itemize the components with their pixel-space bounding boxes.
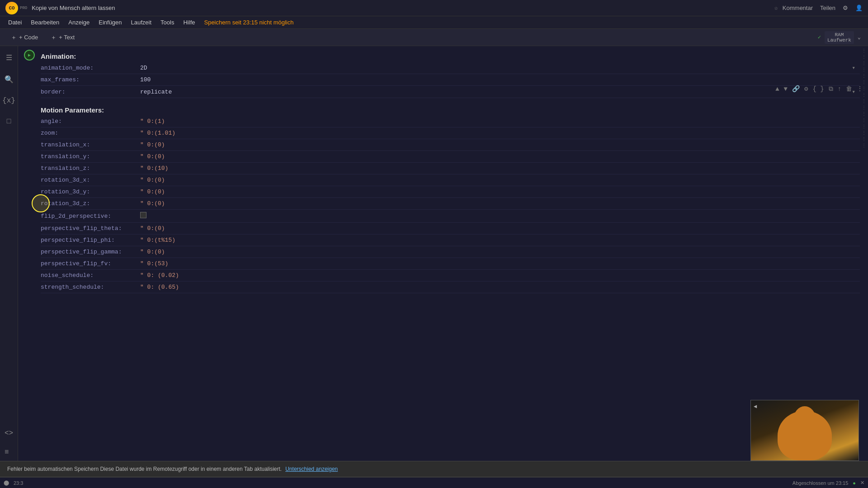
- dropdown-arrow-animation-mode[interactable]: ▾: [852, 64, 860, 71]
- status-label: Abgeschlossen um 23:15: [793, 480, 849, 486]
- toolbar: ＋ + Code ＋ + Text ✓ RAM Laufwerk ⌄: [0, 29, 868, 46]
- top-right-actions: Kommentar Teilen ⚙ 👤: [783, 5, 863, 11]
- check-icon: ✓: [818, 34, 821, 41]
- settings-icon[interactable]: ⚙: [843, 5, 848, 11]
- param-translation-z: translation_z: " 0:(10): [41, 163, 860, 174]
- param-translation-x: translation_x: " 0:(0): [41, 139, 860, 151]
- video-content: ◀: [751, 400, 859, 460]
- position-label: 23:3: [14, 480, 23, 486]
- motion-section-header: Motion Parameters:: [41, 103, 860, 116]
- left-sidebar: ☰ 🔍 {x} □ <> ≡: [0, 46, 18, 468]
- run-circle: ▶: [24, 50, 35, 61]
- copy-icon[interactable]: ⧉: [827, 84, 835, 94]
- notification-message: Fehler beim automatischen Speichern Dies…: [7, 466, 282, 472]
- link-icon[interactable]: 🔗: [791, 84, 801, 94]
- add-text-button[interactable]: ＋ + Text: [47, 32, 78, 43]
- param-noise-schedule: noise_schedule: " 0: (0.02): [41, 270, 860, 282]
- plus-text-icon: ＋: [51, 33, 57, 42]
- app-logo: CO: [5, 2, 18, 14]
- menu-laufzeit[interactable]: Laufzeit: [127, 17, 156, 28]
- param-strength-schedule: strength_schedule: " 0: (0.65): [41, 282, 860, 293]
- upload-icon[interactable]: ↑: [836, 84, 843, 94]
- param-translation-y: translation_y: " 0:(0): [41, 151, 860, 163]
- expand-icon[interactable]: ⌄: [858, 34, 861, 41]
- param-max-frames: max_frames: 100: [41, 74, 860, 86]
- notification-bar: Fehler beim automatischen Speichern Dies…: [0, 461, 868, 477]
- sidebar-expand-icon[interactable]: <>: [2, 427, 16, 440]
- run-button[interactable]: ▶: [18, 46, 41, 64]
- delete-icon[interactable]: 🗑: [844, 84, 854, 94]
- content-area: ▲ ▼ 🔗 ⚙ { } ⧉ ↑ 🗑 ⋮ ▶ Animation: animati…: [18, 46, 868, 468]
- window-title: Kopie von Mensch altern lassen: [32, 5, 769, 11]
- menu-hilfe[interactable]: Hilfe: [179, 17, 199, 28]
- param-perspective-flip-fv: perspective_flip_fv: " 0:(53): [41, 258, 860, 270]
- notification-link[interactable]: Unterschied anzeigen: [285, 466, 338, 472]
- menu-anzeige[interactable]: Anzeige: [64, 17, 94, 28]
- video-overlay: ◀: [750, 400, 859, 461]
- param-angle: angle: " 0:(1): [41, 116, 860, 127]
- param-rotation-3d-z: rotation_3d_z: " 0:(0): [41, 198, 860, 210]
- plus-icon: ＋: [11, 33, 17, 42]
- param-perspective-flip-phi: perspective_flip_phi: " 0:(t%15): [41, 235, 860, 246]
- animation-section-header: Animation:: [41, 49, 860, 62]
- close-button[interactable]: ✕: [860, 480, 864, 486]
- param-animation-mode: animation_mode: 2D ▾: [41, 62, 860, 74]
- sidebar-search-icon[interactable]: 🔍: [2, 72, 16, 87]
- move-down-icon[interactable]: ▼: [783, 84, 789, 94]
- menu-bearbeiten[interactable]: Bearbeiten: [26, 17, 64, 28]
- menu-einfuegen[interactable]: Einfügen: [94, 17, 126, 28]
- more-icon[interactable]: ⋮: [855, 84, 864, 94]
- settings-cell-icon[interactable]: ⚙: [803, 84, 809, 94]
- pro-badge: PRO: [20, 6, 27, 10]
- code-icon[interactable]: { }: [811, 84, 825, 94]
- comment-button[interactable]: Kommentar: [783, 5, 813, 11]
- sidebar-list-icon[interactable]: ≡: [2, 446, 16, 459]
- param-perspective-flip-gamma: perspective_flip_gamma: " 0:(0): [41, 246, 860, 258]
- param-border: border: replicate ▾: [41, 86, 860, 98]
- param-perspective-flip-theta: perspective_flip_theta: " 0:(0): [41, 223, 860, 235]
- sidebar-files-icon[interactable]: □: [4, 115, 14, 128]
- ram-indicator: RAM Laufwerk: [825, 31, 854, 44]
- share-button[interactable]: Teilen: [820, 5, 835, 11]
- top-bar: CO PRO Kopie von Mensch altern lassen ☆ …: [0, 0, 868, 16]
- menu-bar: Datei Bearbeiten Anzeige Einfügen Laufze…: [0, 16, 868, 29]
- param-zoom: zoom: " 0:(1.01): [41, 127, 860, 139]
- param-flip-2d-perspective: flip_2d_perspective:: [41, 210, 860, 223]
- info-bar: ⬤ 23:3 Abgeschlossen um 23:15 ● ✕: [0, 477, 868, 488]
- add-code-button[interactable]: ＋ + Code: [7, 32, 42, 43]
- menu-tools[interactable]: Tools: [156, 17, 179, 28]
- favorite-icon[interactable]: ☆: [774, 4, 778, 12]
- connected-icon: ●: [853, 480, 856, 486]
- save-warning: Speichern seit 23:15 nicht möglich: [204, 19, 293, 26]
- user-avatar[interactable]: 👤: [855, 5, 863, 11]
- cell-toolbar-top: ▲ ▼ 🔗 ⚙ { } ⧉ ↑ 🗑 ⋮: [770, 82, 868, 95]
- camera-icon: ◀: [754, 403, 757, 410]
- right-indicators: ⋮ ⋮ ⋮ ⋮ ⋮ ⋮ ⋮ ⋮ ⋮ ⋮ ⋮ ⋮ ⋮ ⋮ ⋮ ⋮: [862, 46, 868, 148]
- menu-datei[interactable]: Datei: [4, 17, 26, 28]
- move-up-icon[interactable]: ▲: [774, 84, 780, 94]
- cell: ▶ Animation: animation_mode: 2D ▾ max_fr…: [18, 46, 868, 296]
- param-rotation-3d-y: rotation_3d_y: " 0:(0): [41, 186, 860, 198]
- param-rotation-3d-x: rotation_3d_x: " 0:(0): [41, 174, 860, 186]
- sidebar-menu-icon[interactable]: ☰: [3, 51, 15, 65]
- cursor-position: ⬤: [4, 480, 9, 486]
- sidebar-code-icon[interactable]: {x}: [0, 94, 18, 108]
- cell-content: Animation: animation_mode: 2D ▾ max_fram…: [41, 46, 860, 296]
- toolbar-right: ✓ RAM Laufwerk ⌄: [818, 31, 861, 44]
- main-layout: ☰ 🔍 {x} □ <> ≡ ▲ ▼ 🔗 ⚙ { } ⧉ ↑ 🗑 ⋮ ▶: [0, 46, 868, 468]
- flip-2d-checkbox[interactable]: [140, 212, 146, 218]
